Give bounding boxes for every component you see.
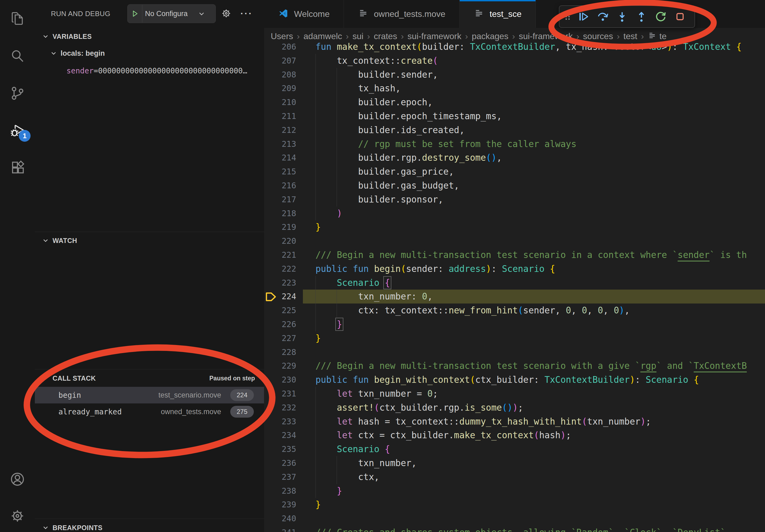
code-line-220[interactable]: 220 [264, 234, 765, 248]
code-line-214[interactable]: 214 builder.rgp.destroy_some(), [264, 151, 765, 165]
code-line-215[interactable]: 215 builder.gas_price, [264, 165, 765, 179]
line-number[interactable]: 206 [264, 40, 296, 54]
line-number[interactable]: 224 [264, 290, 296, 304]
variables-section-header[interactable]: VARIABLES [35, 29, 264, 44]
step-over-icon[interactable] [593, 8, 612, 25]
line-number[interactable]: 230 [264, 373, 296, 387]
code-line-230[interactable]: 230public fun begin_with_context(ctx_bui… [264, 373, 765, 387]
line-number[interactable]: 217 [264, 193, 296, 206]
code-line-227[interactable]: 227} [264, 331, 765, 345]
line-number[interactable]: 222 [264, 262, 296, 276]
code-line-219[interactable]: 219} [264, 220, 765, 234]
account-icon[interactable] [0, 464, 35, 494]
line-number[interactable]: 209 [264, 82, 296, 95]
line-number[interactable]: 220 [264, 234, 296, 248]
code-line-231[interactable]: 231 let txn_number = 0; [264, 387, 765, 401]
drag-handle-icon[interactable] [562, 10, 574, 24]
code-line-236[interactable]: 236 txn_number, [264, 456, 765, 470]
code-line-217[interactable]: 217 builder.sponsor, [264, 193, 765, 206]
source-control-icon[interactable] [0, 79, 35, 108]
line-number[interactable]: 215 [264, 165, 296, 179]
start-debug-icon[interactable] [128, 9, 142, 18]
call-stack-section-header[interactable]: CALL STACK Paused on step [35, 371, 264, 386]
code-line-232[interactable]: 232 assert!(ctx_builder.rgp.is_some()); [264, 401, 765, 415]
line-number[interactable]: 238 [264, 484, 296, 498]
breakpoints-section-header[interactable]: BREAKPOINTS [35, 520, 264, 532]
code-line-211[interactable]: 211 builder.epoch_timestamp_ms, [264, 109, 765, 123]
variables-scope-row[interactable]: locals: begin [35, 46, 264, 61]
code-line-226[interactable]: 226 } [264, 317, 765, 331]
line-number[interactable]: 216 [264, 179, 296, 193]
line-number[interactable]: 212 [264, 123, 296, 137]
code-line-212[interactable]: 212 builder.ids_created, [264, 123, 765, 137]
code-line-228[interactable]: 228 [264, 345, 765, 359]
line-number[interactable]: 223 [264, 276, 296, 290]
line-number[interactable]: 219 [264, 220, 296, 234]
search-icon[interactable] [0, 41, 35, 71]
code-line-218[interactable]: 218 ) [264, 206, 765, 220]
line-number[interactable]: 233 [264, 415, 296, 428]
code-line-237[interactable]: 237 ctx, [264, 470, 765, 484]
debug-settings-gear-icon[interactable] [219, 6, 233, 20]
explorer-icon[interactable] [0, 4, 35, 33]
code-line-233[interactable]: 233 let hash = tx_context::dummy_tx_hash… [264, 415, 765, 428]
line-number[interactable]: 225 [264, 304, 296, 317]
line-number[interactable]: 214 [264, 151, 296, 165]
code-line-213[interactable]: 213 // rgp must be set from the caller a… [264, 137, 765, 151]
settings-gear-icon[interactable] [0, 501, 35, 531]
step-out-icon[interactable] [632, 8, 651, 25]
stop-icon[interactable] [670, 8, 690, 25]
code-line-223[interactable]: 223 Scenario { [264, 276, 765, 290]
launch-configuration-dropdown[interactable]: No Configura [127, 4, 216, 23]
line-number[interactable]: 229 [264, 359, 296, 373]
step-into-icon[interactable] [612, 8, 632, 25]
line-number[interactable]: 235 [264, 442, 296, 456]
run-and-debug-icon[interactable]: 1 [0, 116, 35, 145]
tab-owned-tests[interactable]: owned_tests.move [344, 0, 460, 28]
code-line-208[interactable]: 208 builder.sender, [264, 68, 765, 82]
line-number[interactable]: 213 [264, 137, 296, 151]
watch-section-header[interactable]: WATCH [35, 233, 264, 248]
line-number[interactable]: 210 [264, 95, 296, 109]
extensions-icon[interactable] [0, 153, 35, 182]
code-line-235[interactable]: 235 Scenario { [264, 442, 765, 456]
code-line-225[interactable]: 225 ctx: tx_context::new_from_hint(sende… [264, 304, 765, 317]
code-line-206[interactable]: 206fun make_tx_context(builder: TxContex… [264, 40, 765, 54]
code-editor[interactable]: 206fun make_tx_context(builder: TxContex… [264, 35, 765, 532]
line-number[interactable]: 228 [264, 345, 296, 359]
code-line-207[interactable]: 207 tx_context::create( [264, 54, 765, 68]
variable-row-sender[interactable]: sender = 0000000000000000000000000000000… [67, 64, 260, 78]
line-number[interactable]: 237 [264, 470, 296, 484]
code-line-221[interactable]: 221/// Begin a new multi-transaction tes… [264, 248, 765, 262]
code-line-209[interactable]: 209 tx_hash, [264, 82, 765, 95]
line-number[interactable]: 211 [264, 109, 296, 123]
line-number[interactable]: 240 [264, 512, 296, 526]
code-line-216[interactable]: 216 builder.gas_budget, [264, 179, 765, 193]
continue-icon[interactable] [574, 8, 593, 25]
line-number[interactable]: 207 [264, 54, 296, 68]
line-number[interactable]: 226 [264, 317, 296, 331]
line-number[interactable]: 232 [264, 401, 296, 415]
line-number[interactable]: 236 [264, 456, 296, 470]
line-number[interactable]: 241 [264, 526, 296, 532]
code-line-224[interactable]: 224 txn_number: 0, [264, 290, 765, 304]
code-line-240[interactable]: 240 [264, 512, 765, 526]
call-stack-frame-begin[interactable]: begintest_scenario.move224 [35, 387, 264, 403]
tab-test-scenario[interactable]: test_sce [460, 0, 536, 28]
code-line-222[interactable]: 222public fun begin(sender: address): Sc… [264, 262, 765, 276]
call-stack-frame-already_marked[interactable]: already_markedowned_tests.move275 [35, 403, 264, 420]
line-number[interactable]: 231 [264, 387, 296, 401]
code-line-239[interactable]: 239} [264, 498, 765, 512]
line-number[interactable]: 208 [264, 68, 296, 82]
restart-icon[interactable] [651, 8, 670, 25]
line-number[interactable]: 234 [264, 428, 296, 442]
code-line-234[interactable]: 234 let ctx = ctx_builder.make_tx_contex… [264, 428, 765, 442]
code-line-238[interactable]: 238 } [264, 484, 765, 498]
line-number[interactable]: 218 [264, 206, 296, 220]
code-line-210[interactable]: 210 builder.epoch, [264, 95, 765, 109]
code-line-229[interactable]: 229/// Begin a new multi-transaction tes… [264, 359, 765, 373]
code-line-241[interactable]: 241/// Creates and shares system objects… [264, 526, 765, 532]
more-actions-icon[interactable]: ··· [239, 6, 255, 20]
line-number[interactable]: 239 [264, 498, 296, 512]
line-number[interactable]: 227 [264, 331, 296, 345]
